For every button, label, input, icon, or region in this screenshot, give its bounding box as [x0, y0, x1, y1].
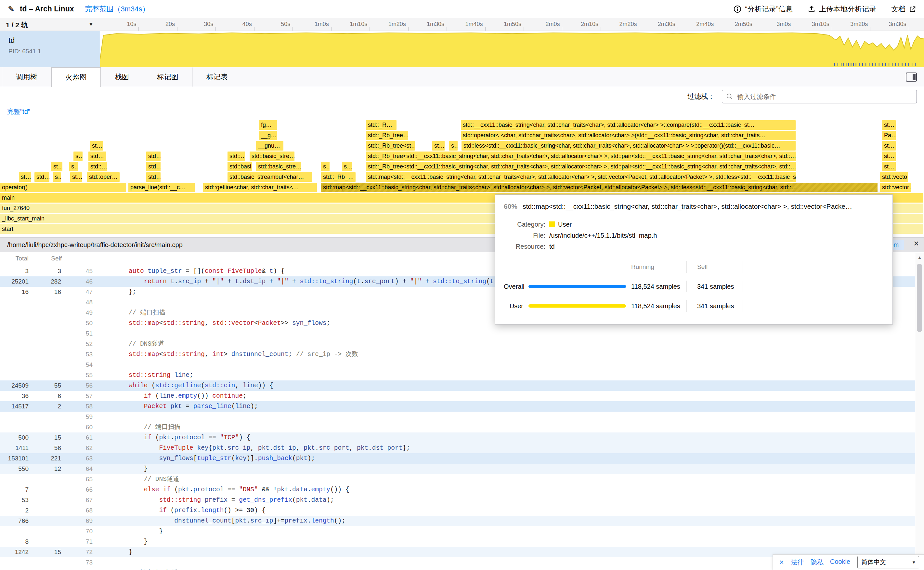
profile-info-button[interactable]: “分析记录”信息 — [734, 4, 793, 14]
flame-node[interactable]: std… — [146, 162, 161, 172]
tab-栈图[interactable]: 栈图 — [101, 67, 143, 87]
line-self-samples: 3 — [29, 266, 61, 276]
line-total-samples: 3 — [0, 266, 29, 276]
flame-node[interactable]: st… — [882, 152, 896, 161]
upload-profile-button[interactable]: 上传本地分析记录 — [808, 4, 876, 14]
tab-火焰图[interactable]: 火焰图 — [51, 67, 101, 87]
flame-node[interactable]: std::basi… — [228, 162, 252, 172]
line-number: 72 — [61, 547, 93, 557]
flame-node[interactable]: std::_Rb_tree<std::__cxx11::basic_string… — [366, 152, 796, 161]
flame-node[interactable]: std::vecto… — [880, 172, 908, 182]
breadcrumb-full-range[interactable]: 完整"td" — [7, 107, 30, 116]
flame-node[interactable]: Pa… — [882, 131, 896, 140]
flame-node[interactable]: std::__cxx11::basic_string<char, std::ch… — [461, 120, 795, 130]
flame-node[interactable]: st… — [19, 172, 31, 182]
sample-row-label: User — [504, 302, 523, 310]
line-number: 45 — [61, 266, 93, 276]
flame-node[interactable]: std::vector… — [880, 183, 911, 192]
flame-node[interactable]: std::_Rb_tree<st… — [366, 141, 415, 150]
flame-node[interactable]: __g… — [259, 131, 277, 140]
source-line: 5501264 } — [0, 464, 915, 474]
cookie-link-隐私[interactable]: 隐私 — [811, 558, 823, 567]
ruler-tick-label: 1m10s — [350, 21, 370, 28]
line-code: else if (pkt.protocol == "DNS" && !pkt.d… — [93, 484, 915, 495]
flame-node[interactable]: st… — [432, 141, 445, 150]
resource-label: Resource: — [504, 243, 545, 250]
flame-node[interactable]: std::less<std::__cxx11::basic_string<cha… — [462, 141, 795, 150]
line-number: 73 — [61, 557, 93, 568]
flame-node[interactable]: std::map<std::__cxx11::basic_string<char… — [366, 172, 796, 182]
flame-node[interactable]: std::operator< <char, std::char_traits<c… — [461, 131, 795, 140]
tab-标记表[interactable]: 标记表 — [193, 67, 242, 87]
flame-node[interactable]: std::_Rb_tree<std::__cxx11::basic_string… — [366, 162, 796, 172]
flame-node[interactable]: std… — [146, 152, 161, 161]
ruler-tick-mark — [678, 27, 678, 31]
flame-node[interactable]: s… — [69, 162, 78, 172]
source-scrollbar[interactable]: ▲ — [915, 253, 924, 570]
cookie-close-icon[interactable]: × — [779, 558, 784, 567]
filter-input[interactable] — [722, 90, 917, 103]
flame-node[interactable]: std::getline<char, std::char_traits<… — [203, 183, 317, 192]
tab-标记图[interactable]: 标记图 — [143, 67, 193, 87]
flame-node[interactable]: st… — [51, 162, 63, 172]
edit-profile-name-icon[interactable]: ✎ — [8, 4, 15, 14]
docs-link[interactable]: 文档 — [891, 4, 916, 14]
tooltip-resource-row: Resource: td — [504, 241, 884, 252]
cookie-link-法律[interactable]: 法律 — [791, 558, 804, 567]
flame-node[interactable]: s… — [321, 162, 330, 172]
ruler-tick-label: 3m10s — [812, 21, 832, 28]
cpu-usage-graph[interactable] — [100, 31, 924, 67]
tooltip-sample-row: Overall118,524 samples341 samples — [504, 280, 884, 292]
tab-调用树[interactable]: 调用树 — [2, 67, 51, 87]
flame-node[interactable]: s… — [342, 162, 352, 172]
flame-node[interactable]: std… — [34, 172, 49, 182]
flame-node[interactable]: std::basic_stre… — [249, 152, 294, 161]
flame-node[interactable]: std::… — [89, 162, 107, 172]
sample-row-running: 118,524 samples — [631, 300, 687, 312]
flame-node[interactable]: std::… — [228, 152, 245, 161]
track-list-dropdown-icon[interactable]: ▼ — [89, 21, 93, 27]
line-self-samples — [29, 484, 61, 495]
flame-node[interactable]: st… — [90, 141, 103, 150]
flame-node[interactable]: st… — [882, 141, 896, 150]
line-code — [93, 328, 915, 339]
line-self-samples — [29, 474, 61, 484]
flame-node[interactable]: s… — [73, 152, 83, 161]
line-self-samples — [29, 318, 61, 328]
line-code: if (pkt.protocol == "TCP") { — [93, 432, 915, 443]
flame-node[interactable]: std::oper… — [87, 172, 119, 182]
source-close-icon[interactable]: × — [913, 239, 919, 249]
flame-node[interactable]: parse_line(std::__c… — [129, 183, 195, 192]
flame-node[interactable]: __gnu… — [256, 141, 283, 150]
flame-node[interactable]: std::basic_stre… — [256, 162, 301, 172]
flame-node-selected[interactable]: std::map<std::__cxx11::basic_string<char… — [321, 183, 878, 192]
ruler-tick-mark — [601, 27, 601, 31]
flame-node[interactable]: st… — [882, 162, 896, 172]
cookie-link-Cookie[interactable]: Cookie — [830, 558, 850, 567]
language-select[interactable]: 简体中文 ▼ — [857, 556, 919, 568]
flame-node[interactable]: std::basic_streambuf<char… — [228, 172, 312, 182]
flame-node[interactable]: std::_Rb_tree… — [366, 131, 408, 140]
source-file-path: /home/liuli/hpc/zxhpc-writeup/traffic-de… — [7, 238, 183, 252]
flame-node[interactable]: std… — [89, 152, 106, 161]
flame-node[interactable]: s… — [449, 141, 457, 150]
track-label[interactable]: td PID: 6541.1 — [0, 31, 100, 67]
sidebar-toggle-icon[interactable] — [906, 72, 917, 81]
line-number: 46 — [61, 276, 93, 287]
source-line: 55 std::string line; — [0, 370, 915, 380]
scroll-up-icon[interactable]: ▲ — [918, 255, 922, 260]
full-range-link[interactable]: 完整范围（3m34s） — [85, 4, 150, 14]
flame-node[interactable]: s… — [53, 172, 61, 182]
flame-node[interactable]: fg… — [259, 120, 277, 130]
flame-node[interactable]: operator() — [0, 183, 126, 192]
flame-node[interactable]: std::_R… — [366, 120, 396, 130]
line-self-samples — [29, 526, 61, 536]
flame-node[interactable]: std… — [146, 172, 161, 182]
flame-node[interactable]: st… — [882, 120, 896, 130]
flame-node[interactable]: st… — [70, 172, 82, 182]
scrollbar-thumb[interactable] — [917, 264, 922, 332]
ruler-tick-label: 1m50s — [504, 21, 523, 28]
flame-node[interactable]: std::_Rb_… — [321, 172, 356, 182]
line-code: } — [93, 526, 915, 536]
ruler-tick-label: 1m40s — [465, 21, 485, 28]
